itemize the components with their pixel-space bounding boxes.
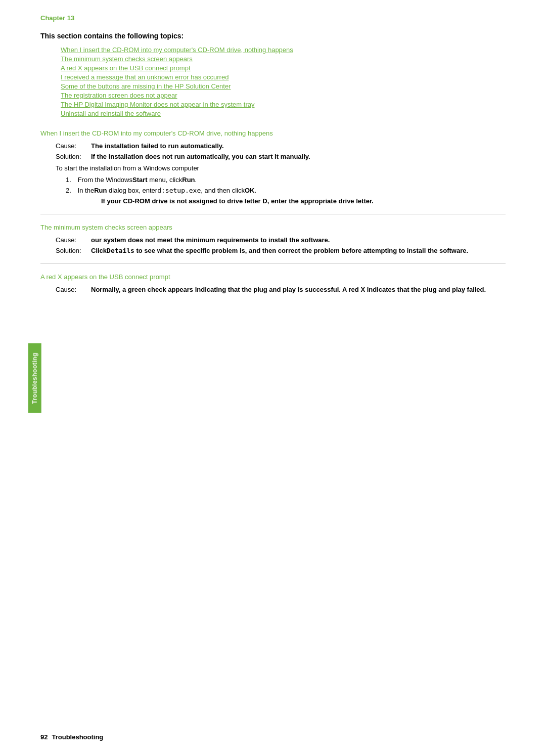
list-item[interactable]: Uninstall and reinstall the software <box>61 110 506 117</box>
toc-link-5[interactable]: Some of the buttons are missing in the H… <box>61 82 231 90</box>
sol2-rest: to see what the specific problem is, and… <box>134 247 468 254</box>
sol2-prefix: Click <box>91 247 107 254</box>
step1-normal2: menu, click <box>148 176 183 184</box>
cause-label-3: Cause: <box>56 286 91 293</box>
chapter-title: Chapter 13 <box>40 14 506 22</box>
para-text-cdrom: To start the installation from a Windows… <box>56 164 506 172</box>
step-num-1: 1. <box>66 176 76 184</box>
list-item[interactable]: I received a message that an unknown err… <box>61 73 506 81</box>
step2-subtext: If your CD-ROM drive is not assigned to … <box>101 197 506 205</box>
list-item[interactable]: The HP Digital Imaging Monitor does not … <box>61 101 506 108</box>
cause-label: Cause: <box>56 142 91 150</box>
section-title-minsystem: The minimum system checks screen appears <box>40 224 506 231</box>
steps-list-cdrom: 1. From the WindowsStart menu, clickRun.… <box>66 176 506 205</box>
footer-section-label: Troubleshooting <box>52 733 103 741</box>
step1-after: . <box>195 176 197 184</box>
solution-text: If the installation does not run automat… <box>91 153 506 160</box>
step2-after: . <box>254 187 256 194</box>
cause-block-cdrom: Cause: The installation failed to run au… <box>56 142 506 160</box>
solution-row: Solution: If the installation does not r… <box>56 153 506 160</box>
cause-block-redx: Cause: Normally, a green check appears i… <box>56 286 506 293</box>
list-item[interactable]: The registration screen does not appear <box>61 92 506 99</box>
cause-row-2: Cause: our system does not meet the mini… <box>56 236 506 244</box>
footer: 92 Troubleshooting <box>40 733 506 741</box>
section-title-cdrom: When I insert the CD-ROM into my compute… <box>40 129 506 137</box>
list-item[interactable]: A red X appears on the USB connect promp… <box>61 64 506 72</box>
step2-text: In theRun dialog box, enterd:setup.exe, … <box>78 187 256 194</box>
solution-text-2: ClickDetails to see what the specific pr… <box>91 247 506 254</box>
divider-2 <box>40 263 506 264</box>
step2-code: d:setup.exe <box>157 187 201 194</box>
step2-normal3: , and then click <box>201 187 245 194</box>
cause-text-3: Normally, a green check appears indicati… <box>91 286 506 293</box>
toc-link-7[interactable]: The HP Digital Imaging Monitor does not … <box>61 101 254 108</box>
cause-row: Cause: The installation failed to run au… <box>56 142 506 150</box>
step1-normal1: From the Windows <box>78 176 132 184</box>
step2-bold2: OK <box>245 187 255 194</box>
solution-row-2: Solution: ClickDetails to see what the s… <box>56 247 506 254</box>
step2-normal1: In the <box>78 187 95 194</box>
cause-row-3: Cause: Normally, a green check appears i… <box>56 286 506 293</box>
toc-link-8[interactable]: Uninstall and reinstall the software <box>61 110 161 117</box>
toc-link-3[interactable]: A red X appears on the USB connect promp… <box>61 64 191 72</box>
section-redx: A red X appears on the USB connect promp… <box>40 273 506 293</box>
section-title-redx: A red X appears on the USB connect promp… <box>40 273 506 281</box>
footer-page-num: 92 <box>40 733 48 741</box>
section-heading: This section contains the following topi… <box>40 32 506 40</box>
list-item[interactable]: Some of the buttons are missing in the H… <box>61 82 506 90</box>
sol2-code: Details <box>107 247 134 254</box>
step1-text: From the WindowsStart menu, clickRun. <box>78 176 197 184</box>
cause-text-2-content: our system does not meet the minimum req… <box>91 236 330 244</box>
toc-link-6[interactable]: The registration screen does not appear <box>61 92 177 99</box>
list-item: 1. From the WindowsStart menu, clickRun. <box>66 176 506 184</box>
step1-bold1: Start <box>132 176 148 184</box>
toc-link-4[interactable]: I received a message that an unknown err… <box>61 73 229 81</box>
step1-bold2: Run <box>182 176 195 184</box>
section-cdrom: When I insert the CD-ROM into my compute… <box>40 129 506 205</box>
list-item: 2. In theRun dialog box, enterd:setup.ex… <box>66 187 506 194</box>
step-num-2: 2. <box>66 187 76 194</box>
toc-list: When I insert the CD-ROM into my compute… <box>61 46 506 117</box>
cause-text: The installation failed to run automatic… <box>91 142 506 150</box>
cause-text-2: our system does not meet the minimum req… <box>91 236 506 244</box>
list-item[interactable]: The minimum system checks screen appears <box>61 55 506 63</box>
toc-link-1[interactable]: When I insert the CD-ROM into my compute… <box>61 46 293 54</box>
solution-label-2: Solution: <box>56 247 91 254</box>
solution-label: Solution: <box>56 153 91 160</box>
list-item[interactable]: When I insert the CD-ROM into my compute… <box>61 46 506 54</box>
toc-link-2[interactable]: The minimum system checks screen appears <box>61 55 193 63</box>
section-minsystem: The minimum system checks screen appears… <box>40 224 506 254</box>
step2-normal2: dialog box, enter <box>107 187 157 194</box>
divider-1 <box>40 214 506 214</box>
cause-block-minsystem: Cause: our system does not meet the mini… <box>56 236 506 254</box>
step2-bold1: Run <box>94 187 107 194</box>
cause-label-2: Cause: <box>56 236 91 244</box>
page-container: Chapter 13 This section contains the fol… <box>0 0 546 756</box>
